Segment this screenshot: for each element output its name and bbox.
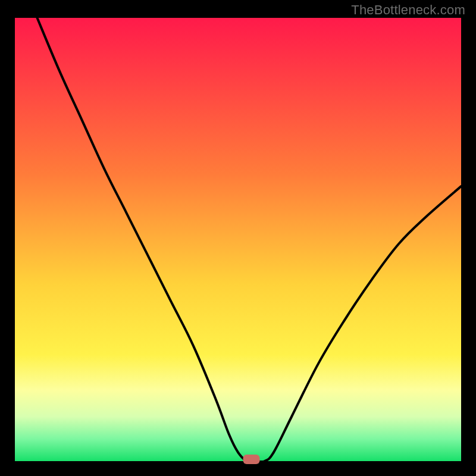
optimal-point-marker bbox=[243, 455, 260, 464]
chart-frame: TheBottleneck.com bbox=[0, 0, 476, 476]
chart-gradient-bg bbox=[15, 18, 461, 461]
watermark-label: TheBottleneck.com bbox=[351, 2, 465, 18]
bottleneck-chart bbox=[0, 0, 476, 476]
